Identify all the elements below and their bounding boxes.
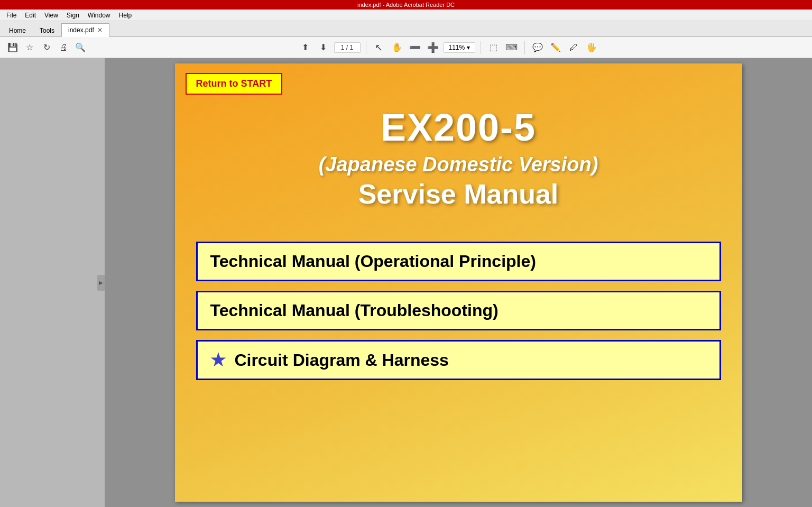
sidebar-toggle[interactable]: ▶ <box>97 275 105 291</box>
menu-file[interactable]: File <box>2 11 21 20</box>
left-sidebar: ▶ <box>0 58 105 507</box>
pdf-area: Return to START EX200-5 (Japanese Domest… <box>105 58 812 507</box>
zoom-level[interactable]: 111% ▾ <box>444 42 475 53</box>
find-button[interactable]: 🔍 <box>73 40 88 55</box>
title-bar-text: index.pdf - Adobe Acrobat Reader DC <box>3 2 809 8</box>
select-tool-button[interactable]: ⬚ <box>486 40 501 55</box>
zoom-out-button[interactable]: ➖ <box>408 40 422 55</box>
hand-tool-button[interactable]: ✋ <box>390 40 404 55</box>
menu-help[interactable]: Help <box>115 11 136 20</box>
subtitle-2: Servise Manual <box>175 178 742 210</box>
toolbar-center: ⬆ ⬇ 1 / 1 ↖ ✋ ➖ ➕ 111% ▾ ⬚ ⌨ 💬 ✏️ 🖊 🖐 <box>90 40 807 55</box>
tech-manual-op-link[interactable]: Technical Manual (Operational Principle) <box>196 242 721 281</box>
menu-sign[interactable]: Sign <box>62 11 84 20</box>
tab-tools[interactable]: Tools <box>33 24 61 36</box>
marquee-tool-button[interactable]: ⌨ <box>504 40 519 55</box>
page-down-button[interactable]: ⬇ <box>316 40 331 55</box>
toolbar-sep-2 <box>481 41 481 54</box>
tab-close-button[interactable]: ✕ <box>97 26 103 34</box>
zoom-in-button[interactable]: ➕ <box>426 40 440 55</box>
cursor-tool-button[interactable]: ↖ <box>372 40 386 55</box>
main-title: EX200-5 <box>175 106 742 149</box>
comment-button[interactable]: 💬 <box>530 40 545 55</box>
subtitle-1: (Japanese Domestic Version) <box>175 153 742 176</box>
tab-active-file[interactable]: index.pdf ✕ <box>61 23 109 37</box>
toolbar-sep-3 <box>524 41 525 54</box>
menu-edit[interactable]: Edit <box>21 11 40 20</box>
menu-window[interactable]: Window <box>84 11 115 20</box>
star-icon: ★ <box>210 351 226 370</box>
tab-home[interactable]: Home <box>2 24 33 36</box>
stamp-button[interactable]: 🖐 <box>584 40 599 55</box>
page-up-button[interactable]: ⬆ <box>298 40 313 55</box>
menu-bar: File Edit View Sign Window Help <box>0 10 812 21</box>
main-area: ▶ Return to START EX200-5 (Japanese Dome… <box>0 58 812 507</box>
bookmark-button[interactable]: ☆ <box>22 40 37 55</box>
toolbar: 💾 ☆ ↻ 🖨 🔍 ⬆ ⬇ 1 / 1 ↖ ✋ ➖ ➕ 111% ▾ ⬚ ⌨ 💬… <box>0 37 812 58</box>
pdf-page: Return to START EX200-5 (Japanese Domest… <box>175 63 742 502</box>
menu-view[interactable]: View <box>40 11 62 20</box>
tab-bar: Home Tools index.pdf ✕ <box>0 21 812 37</box>
title-bar: index.pdf - Adobe Acrobat Reader DC <box>0 0 812 10</box>
print-button[interactable]: 🖨 <box>56 40 71 55</box>
circuit-diagram-link[interactable]: ★ Circuit Diagram & Harness <box>196 340 721 380</box>
page-number[interactable]: 1 / 1 <box>334 42 361 53</box>
highlight-button[interactable]: 🖊 <box>566 40 581 55</box>
tech-manual-ts-link[interactable]: Technical Manual (Troubleshooting) <box>196 291 721 330</box>
return-to-start-button[interactable]: Return to START <box>186 73 283 95</box>
save-button[interactable]: 💾 <box>5 40 20 55</box>
pencil-button[interactable]: ✏️ <box>548 40 563 55</box>
toolbar-sep-1 <box>366 41 366 54</box>
links-area: Technical Manual (Operational Principle)… <box>175 231 742 391</box>
refresh-button[interactable]: ↻ <box>39 40 54 55</box>
